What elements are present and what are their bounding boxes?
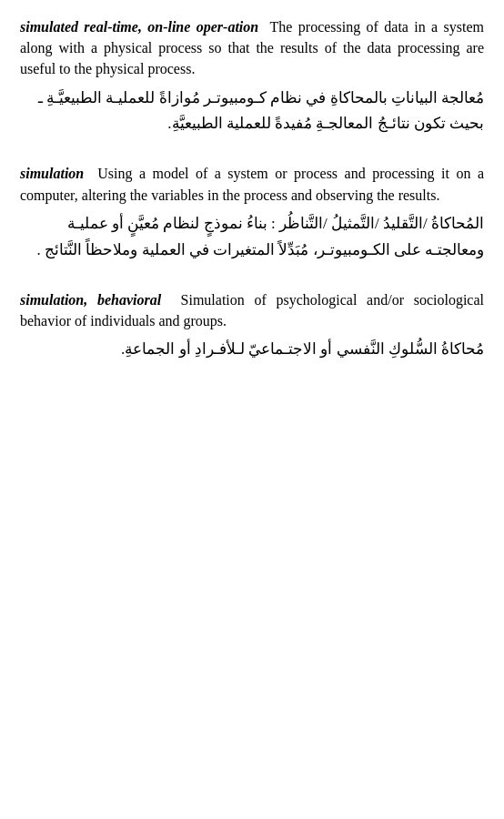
entry-2-arabic: المُحاكاةُ /التَّقليدُ /التَّمثيلُ /التَ… xyxy=(20,211,484,264)
entry-2-definition: Using a model of a system or process and… xyxy=(20,166,484,202)
entry-1-arabic: مُعالجة البياناتِ بالمحاكاةِ في نظام كـو… xyxy=(20,86,484,138)
entry-2-term: simulation xyxy=(20,166,84,181)
divider-2 xyxy=(20,280,484,289)
entry-2-text: simulation Using a model of a system or … xyxy=(20,163,484,205)
entry-simulated-real-time: simulated real-time, on-line oper-ation … xyxy=(20,16,484,137)
entry-simulation-behavioral: simulation, behavioral Simulation of psy… xyxy=(20,289,484,363)
entry-1-term: simulated real-time, on-line oper-ation xyxy=(20,19,258,35)
entry-3-text: simulation, behavioral Simulation of psy… xyxy=(20,289,484,331)
entry-simulation: simulation Using a model of a system or … xyxy=(20,163,484,263)
page-content: simulated real-time, on-line oper-ation … xyxy=(20,16,484,363)
entry-1-text: simulated real-time, on-line oper-ation … xyxy=(20,16,484,80)
divider-1 xyxy=(20,154,484,163)
entry-3-term: simulation, behavioral xyxy=(20,292,161,308)
entry-3-arabic: مُحاكاةُ السُّلوكِ النَّفسي أو الاجتـماع… xyxy=(20,337,484,363)
